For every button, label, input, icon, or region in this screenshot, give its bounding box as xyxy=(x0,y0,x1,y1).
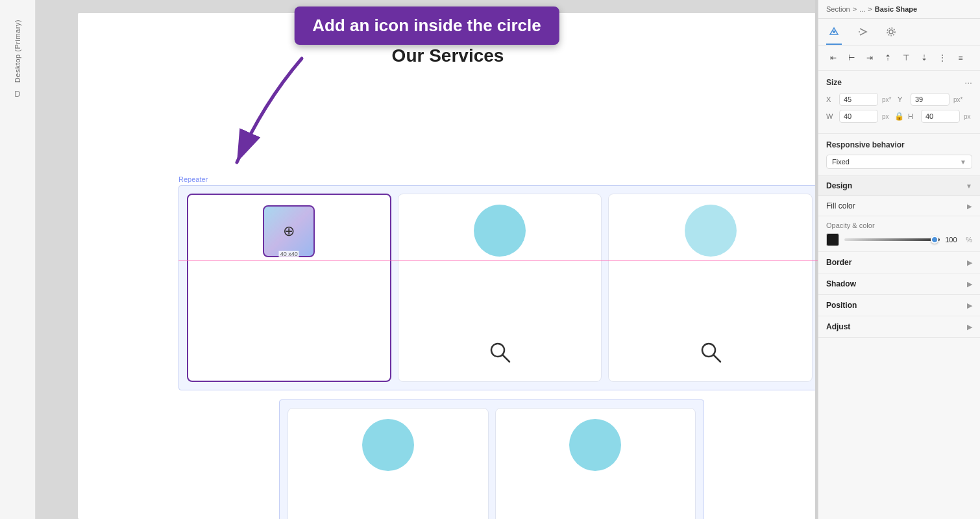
adjust-expand-icon: ▶ xyxy=(967,323,972,331)
responsive-value: Fixed xyxy=(832,158,850,166)
service-card-3[interactable] xyxy=(608,194,813,382)
breadcrumb-sep2: > xyxy=(868,5,872,13)
position-row[interactable]: Position ▶ xyxy=(818,295,980,316)
page-title: Our Services xyxy=(392,45,504,66)
breadcrumb-sep1: > xyxy=(853,5,857,13)
y-input[interactable] xyxy=(911,93,949,106)
lock-icon[interactable]: 🔒 xyxy=(894,112,904,121)
opacity-value: 100 xyxy=(945,236,961,244)
device-label: Desktop (Primary) xyxy=(14,19,21,82)
move-cursor-icon: ⊕ xyxy=(283,223,295,240)
search-icon-3 xyxy=(698,339,724,371)
adjust-row[interactable]: Adjust ▶ xyxy=(818,316,980,338)
svg-point-11 xyxy=(889,30,893,34)
tab-settings[interactable] xyxy=(883,23,899,45)
alignment-guide-line xyxy=(178,260,818,260)
adjust-label: Adjust xyxy=(826,322,850,331)
responsive-section: Responsive behavior Fixed ▼ xyxy=(818,134,980,176)
breadcrumb-current: Basic Shape xyxy=(875,5,917,13)
svg-point-12 xyxy=(887,28,895,36)
align-right-btn[interactable]: ⇥ xyxy=(863,51,877,65)
search-icon-2 xyxy=(487,339,513,371)
fill-color-label: Fill color xyxy=(826,201,855,210)
y-unit: px* xyxy=(953,96,965,103)
x-label: X xyxy=(826,95,835,103)
alignment-tools: ⇤ ⊢ ⇥ ⇡ ⊤ ⇣ ⋮ ≡ xyxy=(818,45,980,71)
shadow-row[interactable]: Shadow ▶ xyxy=(818,273,980,295)
service-card-1[interactable]: ⊕ 40 x40 xyxy=(187,194,391,382)
x-input[interactable] xyxy=(839,93,878,106)
align-top-btn[interactable]: ⇡ xyxy=(881,51,895,65)
tab-design[interactable] xyxy=(826,23,842,45)
border-label: Border xyxy=(826,258,851,267)
align-center-h-btn[interactable]: ⊢ xyxy=(844,51,859,65)
service-card-5[interactable] xyxy=(495,408,696,519)
position-expand-icon: ▶ xyxy=(967,301,972,310)
canvas-area: Add an icon inside the circle Our Servic… xyxy=(36,0,818,519)
h-input[interactable] xyxy=(921,110,960,123)
design-section-header[interactable]: Design ▼ xyxy=(818,176,980,196)
border-row[interactable]: Border ▶ xyxy=(818,252,980,273)
repeater-label: Repeater xyxy=(178,175,208,183)
shadow-label: Shadow xyxy=(826,279,856,288)
w-label: W xyxy=(826,112,835,120)
repeater-container-top: ⊕ 40 x40 xyxy=(178,185,818,390)
responsive-label: Responsive behavior xyxy=(826,140,905,149)
size-label: 40 x40 xyxy=(279,251,299,257)
size-section: Size ··· X px* Y px* W px 🔒 H px xyxy=(818,71,980,134)
w-input[interactable] xyxy=(839,110,878,123)
tab-interaction[interactable] xyxy=(855,23,870,45)
circle-teal-3 xyxy=(685,205,737,257)
opacity-label: Opacity & color xyxy=(826,222,972,229)
breadcrumb-section[interactable]: Section xyxy=(826,5,850,13)
border-expand-icon: ▶ xyxy=(967,259,972,267)
align-left-btn[interactable]: ⇤ xyxy=(826,51,840,65)
shadow-expand-icon: ▶ xyxy=(967,280,972,288)
breadcrumb-ellipsis[interactable]: ... xyxy=(859,5,865,13)
canvas-white: Our Services Repeater ⊕ 40 x40 xyxy=(78,13,818,519)
align-bottom-btn[interactable]: ⇣ xyxy=(917,51,931,65)
color-swatch[interactable] xyxy=(826,233,839,246)
svg-line-2 xyxy=(502,355,509,362)
breadcrumb: Section > ... > Basic Shape xyxy=(818,0,980,19)
circle-teal-2 xyxy=(474,205,526,257)
h-label: H xyxy=(908,112,917,120)
w-unit: px xyxy=(882,113,890,120)
h-unit: px xyxy=(964,113,972,120)
right-panel: Section > ... > Basic Shape ⇤ xyxy=(818,0,980,519)
opacity-percent: % xyxy=(966,236,972,244)
circle-teal-4 xyxy=(362,419,414,471)
distribute-h-btn[interactable]: ⋮ xyxy=(935,51,949,65)
position-label: Position xyxy=(826,301,857,310)
opacity-row: 100 % xyxy=(826,233,972,246)
repeater-container-bottom xyxy=(279,399,704,519)
size-more-btn[interactable]: ··· xyxy=(964,77,972,88)
design-expand-icon: ▼ xyxy=(966,183,972,190)
tutorial-tooltip: Add an icon inside the circle xyxy=(294,6,559,45)
opacity-thumb xyxy=(931,236,938,244)
opacity-slider[interactable] xyxy=(844,238,940,241)
y-label: Y xyxy=(898,95,907,103)
panel-tabs xyxy=(818,19,980,45)
size-section-title: Size xyxy=(826,78,842,87)
align-middle-v-btn[interactable]: ⊤ xyxy=(899,51,913,65)
size-wh-row: W px 🔒 H px xyxy=(826,110,972,123)
service-card-2[interactable] xyxy=(398,194,602,382)
fill-color-row[interactable]: Fill color ▶ xyxy=(818,196,980,216)
responsive-dropdown[interactable]: Fixed ▼ xyxy=(826,155,972,169)
selected-element-circle[interactable]: ⊕ 40 x40 xyxy=(263,205,315,257)
device-icon[interactable]: D xyxy=(14,89,20,99)
distribute-v-btn[interactable]: ≡ xyxy=(953,51,968,65)
position-x-row: X px* Y px* xyxy=(826,93,972,106)
circle-teal-5 xyxy=(569,419,621,471)
design-title: Design xyxy=(826,181,852,190)
dropdown-arrow-icon: ▼ xyxy=(960,158,966,166)
x-unit: px* xyxy=(882,96,894,103)
svg-line-4 xyxy=(713,355,720,362)
selected-circle-wrapper: ⊕ 40 x40 xyxy=(263,205,315,257)
fill-color-expand-icon: ▶ xyxy=(967,203,972,210)
left-sidebar: Desktop (Primary) D xyxy=(0,0,36,519)
svg-point-9 xyxy=(833,31,835,33)
opacity-section: Opacity & color 100 % xyxy=(818,216,980,252)
service-card-4[interactable] xyxy=(288,408,489,519)
